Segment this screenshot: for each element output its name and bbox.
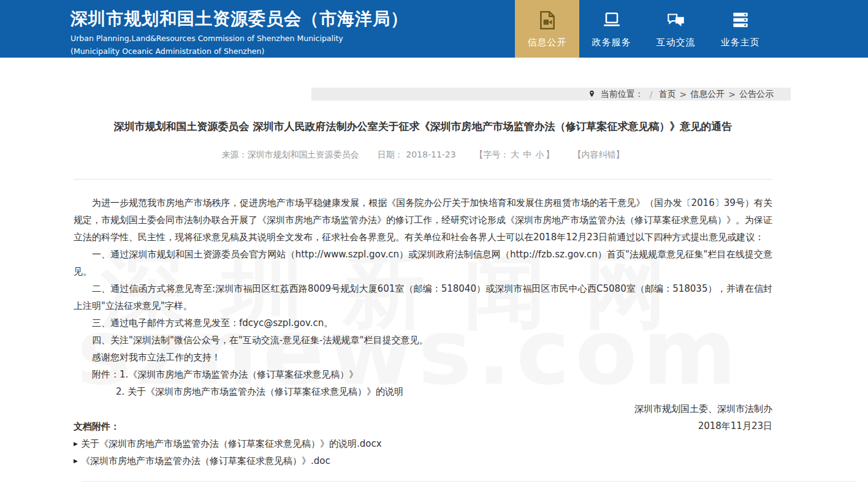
chat-icon (665, 9, 687, 31)
nav-tab-info-disclosure[interactable]: 信息公开 (515, 0, 579, 58)
attachment-filename: 《深圳市房地产市场监管办法（修订草案征求意见稿）》.doc (81, 455, 330, 466)
nav-tab-label: 互动交流 (657, 37, 696, 48)
paragraph-method-1: 一、通过深圳市规划和国土资源委员会官方网站（http://www.szpl.go… (74, 246, 772, 280)
attachment-link-explanation-docx[interactable]: ▶关于《深圳市房地产市场监管办法（修订草案征求意见稿）》的说明.docx (74, 438, 382, 450)
nav-tab-gov-services[interactable]: 政务服务 (579, 0, 644, 58)
site-logo-block: 深圳市规划和国土资源委员会（市海洋局） Urban Planning,Land&… (70, 0, 408, 58)
page: 深圳市规划和国土资源委员会（市海洋局） Urban Planning,Land&… (0, 0, 868, 58)
breadcrumb-label: 当前位置： (601, 89, 644, 100)
font-size-control: 【字号：大中小】 (474, 150, 554, 159)
paragraph-thanks: 感谢您对我市立法工作的支持！ (74, 349, 772, 366)
laptop-icon (601, 9, 623, 31)
breadcrumb-gt-icon: > (680, 89, 687, 99)
paragraph-method-2: 二、通过信函方式将意见寄至:深圳市福田区红荔西路8009号规划大厦601室（邮编… (74, 280, 772, 314)
triangle-bullet-icon: ▶ (74, 441, 78, 447)
meta-source: 来源：深圳市规划和国土资源委员会 (221, 150, 359, 159)
location-pin-icon (588, 89, 596, 99)
server-icon (729, 9, 752, 31)
signature: 深圳市规划国土委、深圳市法制办 (74, 400, 772, 417)
article-title: 深圳市规划和国土资源委员会 深圳市人民政府法制办公室关于征求《深圳市房地产市场监… (74, 119, 772, 134)
paragraph-intro: 为进一步规范我市房地产市场秩序，促进房地产市场平稳健康发展，根据《国务院办公厅关… (74, 194, 772, 246)
nav-tab-business-home[interactable]: 业务主页 (708, 0, 772, 58)
triangle-bullet-icon: ▶ (74, 458, 78, 464)
attachment-filename: 关于《深圳市房地产市场监管办法（修订草案征求意见稿）》的说明.docx (81, 438, 382, 449)
attachment-link-measures-doc[interactable]: ▶《深圳市房地产市场监管办法（修订草案征求意见稿）》.doc (74, 455, 382, 467)
breadcrumb-info-disclosure[interactable]: 信息公开 (690, 89, 725, 100)
doc-attachments: 文档附件： ▶关于《深圳市房地产市场监管办法（修订草案征求意见稿）》的说明.do… (74, 420, 382, 467)
bottom-divider (82, 481, 856, 482)
nav-tab-label: 业务主页 (721, 37, 760, 48)
nav-tab-label: 信息公开 (528, 37, 567, 48)
article-meta: 来源：深圳市规划和国土资源委员会 日期： 2018-11-23 【字号：大中小】… (74, 148, 772, 161)
breadcrumb-gt-icon: > (728, 89, 736, 99)
site-subtitle-en-1: Urban Planning,Land&Resources Commission… (70, 34, 408, 43)
font-size-large[interactable]: 大 (511, 150, 519, 159)
inline-attachment-2: 2. 关于《深圳市房地产市场监管办法（修订草案征求意见稿）》的说明 (74, 383, 772, 400)
article: 深圳市规划和国土资源委员会 深圳市人民政府法制办公室关于征求《深圳市房地产市场监… (74, 110, 772, 435)
meta-date: 日期： 2018-11-23 (378, 150, 456, 159)
nav-tab-label: 政务服务 (592, 37, 631, 48)
breadcrumb-slash: / (650, 89, 653, 99)
document-icon (536, 9, 558, 31)
content-correction-button[interactable]: 【内容纠错】 (573, 150, 625, 159)
breadcrumb: 当前位置： / 首页 > 信息公开 > 公告公示 (311, 88, 791, 101)
paragraph-method-3: 三、通过电子邮件方式将意见发至：fdcyc@szpl.gov.cn。 (74, 314, 772, 332)
font-size-medium[interactable]: 中 (523, 150, 531, 159)
breadcrumb-home[interactable]: 首页 (659, 89, 676, 100)
article-body: 为进一步规范我市房地产市场秩序，促进房地产市场平稳健康发展，根据《国务院办公厅关… (74, 194, 772, 435)
site-header: 深圳市规划和国土资源委员会（市海洋局） Urban Planning,Land&… (0, 0, 868, 58)
doc-attachments-heading: 文档附件： (74, 420, 382, 433)
site-title: 深圳市规划和国土资源委员会（市海洋局） (70, 7, 408, 31)
divider (74, 179, 772, 180)
paragraph-method-4: 四、关注"深圳法制"微信公众号，在"互动交流-意见征集-法规规章"栏目提交意见。 (74, 332, 772, 349)
site-subtitle-en-2: (Municipality Oceanic Administration of … (70, 47, 408, 56)
inline-attachment-1: 附件：1.《深圳市房地产市场监管办法（修订草案征求意见稿）》 (74, 366, 772, 383)
font-size-small[interactable]: 小 (535, 150, 544, 159)
nav-tab-interaction[interactable]: 互动交流 (644, 0, 708, 58)
font-size-prefix: 【字号： (474, 150, 509, 159)
font-size-suffix: 】 (546, 150, 554, 159)
breadcrumb-announcements[interactable]: 公告公示 (739, 89, 774, 100)
header-nav: 信息公开 政务服务 互动交流 (515, 0, 772, 58)
